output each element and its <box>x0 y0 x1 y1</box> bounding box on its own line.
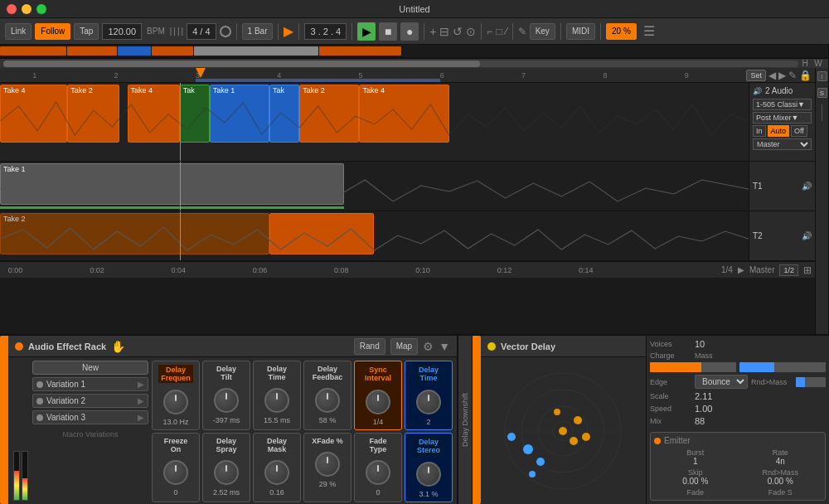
knob-delay-time-2[interactable] <box>416 390 441 414</box>
knob-sync-interval[interactable] <box>366 390 390 414</box>
knob-freeze[interactable] <box>163 460 188 485</box>
skip-label: Skip <box>688 468 703 477</box>
set-button[interactable]: Set <box>746 70 766 81</box>
knob-delay-tilt[interactable] <box>214 388 239 413</box>
scrollbar[interactable]: H W <box>0 58 828 68</box>
pencil-icon[interactable]: ✎ <box>518 26 526 37</box>
menu-icon[interactable]: ☰ <box>643 23 655 39</box>
skip-value: 0.00 % <box>682 477 708 486</box>
map-button[interactable]: Map <box>390 338 418 355</box>
maximize-button[interactable] <box>36 4 46 14</box>
metro-button[interactable]: ⊙ <box>466 25 476 38</box>
knob-delay-mask[interactable] <box>264 460 289 485</box>
nav-right[interactable]: ▶ <box>778 70 786 81</box>
burst-label: Burst <box>686 448 704 457</box>
w-button[interactable]: W <box>812 59 825 69</box>
full-rack: Audio Effect Rack ✋ Rand Map ⚙ ▼ <box>0 336 481 504</box>
module-delay-freq-title: DelayFrequen <box>158 365 193 383</box>
vector-delay: Vector Delay <box>481 336 647 504</box>
emitter-label: Emitter <box>664 436 691 445</box>
val-delay-mask: 0.16 <box>269 488 284 497</box>
side-tab-s[interactable]: S <box>817 88 827 98</box>
pencil-icon-2[interactable]: ✎ <box>788 70 797 81</box>
fade-label: Fade <box>686 488 704 497</box>
module-delay-spray-title: DelaySpray <box>216 437 236 453</box>
track-content-3[interactable]: Take 2 <box>0 211 749 260</box>
knob-fade-type[interactable] <box>366 460 390 485</box>
midi-button[interactable]: MIDI <box>566 23 595 40</box>
lock-icon[interactable]: 🔒 <box>799 70 812 81</box>
off-btn[interactable]: Off <box>791 125 807 137</box>
rand-button[interactable]: Rand <box>354 338 385 355</box>
grid-icon[interactable]: ⊞ <box>803 264 812 276</box>
edge-dropdown[interactable]: Bounce <box>695 375 748 389</box>
in-btn[interactable]: In <box>753 125 766 137</box>
stop-button[interactable]: ■ <box>379 22 397 41</box>
track-row-3: Take 2 T2 🔊 <box>0 211 815 261</box>
tool-icon-3[interactable]: ∕ <box>506 26 507 37</box>
knob-xfade[interactable] <box>315 452 340 477</box>
record-button[interactable]: ● <box>400 22 419 41</box>
variation-3[interactable]: Variation 3 ▶ <box>32 410 148 424</box>
close-button[interactable] <box>7 4 17 14</box>
rack-title: Audio Effect Rack <box>28 342 106 351</box>
auto-btn[interactable]: Auto <box>768 125 790 137</box>
knob-delay-spray[interactable] <box>214 460 239 485</box>
val-fade-type: 0 <box>376 488 380 497</box>
tool-icon-2[interactable]: □ <box>496 26 502 37</box>
track-content-2[interactable]: Take 1 <box>0 162 749 211</box>
mini-overview <box>0 45 828 58</box>
fraction-display[interactable]: 1/2 <box>779 264 798 276</box>
track-content-1[interactable]: Take 4 Take 2 Take 4 Tak Take 1 Tak Take… <box>0 83 749 161</box>
knob-delay-freq[interactable] <box>163 390 188 414</box>
preset-select[interactable]: 1-505 Classi▼ <box>753 99 812 110</box>
tempo-display[interactable]: 120.00 <box>102 23 142 40</box>
nav-left[interactable]: ◀ <box>768 70 776 81</box>
minimize-button[interactable] <box>22 4 32 14</box>
add-button[interactable]: + <box>429 25 436 38</box>
rewind-button[interactable]: ▶ <box>284 23 293 39</box>
key-button[interactable]: Key <box>530 23 555 40</box>
playhead-line-2 <box>180 162 181 211</box>
toolbar: Link Follow Tap 120.00 BPM |||| 4 / 4 1 … <box>0 18 829 45</box>
voices-row: Voices 10 <box>650 339 826 349</box>
tap-button[interactable]: Tap <box>74 23 99 40</box>
quantize-display[interactable]: 1 Bar <box>242 23 274 40</box>
knob-delay-stereo[interactable] <box>416 462 441 487</box>
rnd-mass-bar[interactable] <box>796 377 826 387</box>
rack-left-strip <box>0 336 8 504</box>
vd-svg <box>487 366 640 495</box>
effects-cols: DelayFrequen 13.0 Hz DelayTilt -397 ms <box>152 361 453 502</box>
mass-bar[interactable] <box>739 362 826 372</box>
divider-6 <box>481 23 482 40</box>
side-tab-io[interactable]: I <box>817 71 827 81</box>
knob-delay-feed[interactable] <box>315 388 340 413</box>
module-delay-tilt: DelayTilt -397 ms <box>202 361 250 430</box>
play-button[interactable]: ▶ <box>357 22 376 41</box>
zoom-display[interactable]: 20 % <box>606 23 637 40</box>
link-button[interactable]: Link <box>5 23 32 40</box>
loop-button[interactable]: ↺ <box>453 25 463 38</box>
track-3-mute[interactable]: 🔊 <box>802 231 812 240</box>
tool-icon-1[interactable]: ⌐ <box>487 26 492 37</box>
track-2-mute[interactable]: 🔊 <box>802 182 812 191</box>
play-icon[interactable]: ▶ <box>738 265 744 274</box>
module-delay-spray: DelaySpray 2.52 ms <box>202 433 250 502</box>
post-mixer-select[interactable]: Post Mixer▼ <box>753 112 812 124</box>
charge-bar[interactable] <box>650 362 736 372</box>
master-dropdown[interactable]: Master <box>753 138 812 150</box>
h-button[interactable]: H <box>798 59 812 69</box>
time-sig-display[interactable]: 4 / 4 <box>187 23 216 40</box>
clip-button[interactable]: ⊟ <box>439 25 449 38</box>
follow-button[interactable]: Follow <box>35 23 70 40</box>
new-button[interactable]: New <box>32 361 148 375</box>
circle-indicator <box>220 26 231 37</box>
variation-1[interactable]: Variation 1 ▶ <box>32 377 148 391</box>
collapse-icon[interactable]: ▼ <box>439 340 450 353</box>
settings-icon[interactable]: ⚙ <box>423 340 434 353</box>
knob-delay-time-1[interactable] <box>264 388 289 413</box>
window-controls[interactable] <box>7 4 46 14</box>
variation-2[interactable]: Variation 2 ▶ <box>32 394 148 408</box>
module-delay-stereo: DelayStereo 3.1 % <box>405 433 453 502</box>
master-select[interactable]: Master <box>753 138 812 150</box>
